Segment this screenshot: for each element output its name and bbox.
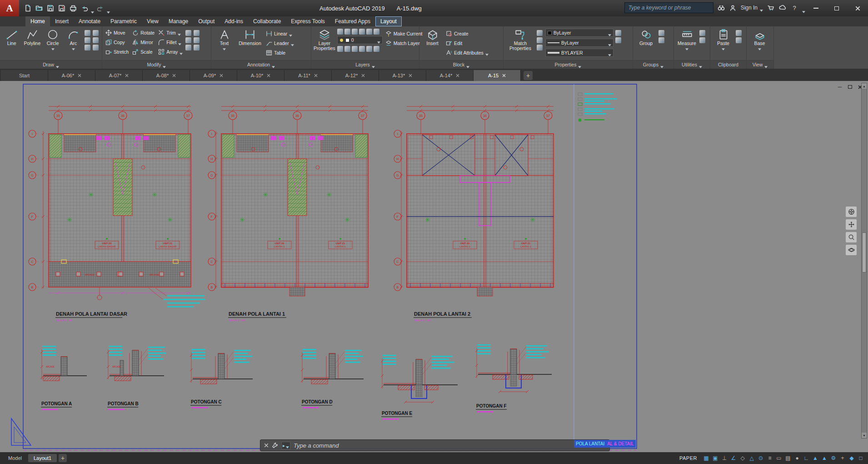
cut-icon[interactable] — [736, 30, 742, 36]
user-icon[interactable] — [729, 4, 737, 12]
properties-palette-icon[interactable] — [615, 37, 621, 43]
leader-button[interactable]: Leader — [265, 38, 295, 48]
create-block-button[interactable]: Create — [445, 29, 489, 38]
move-button[interactable]: Move — [105, 28, 130, 37]
properties-list-icon[interactable] — [615, 30, 621, 36]
ellipse-icon[interactable] — [93, 30, 99, 36]
ribbon-tab[interactable]: Parametric — [105, 16, 142, 26]
make-current-button[interactable]: Make Current — [384, 29, 424, 38]
panel-label-block[interactable]: Block — [419, 60, 503, 69]
search-binoculars-icon[interactable] — [717, 4, 725, 12]
layer-walk-icon[interactable] — [337, 46, 343, 52]
pan-icon[interactable] — [845, 219, 857, 230]
fade-icon[interactable] — [537, 45, 543, 50]
ribbon-tab[interactable]: Insert — [50, 16, 74, 26]
pdf-underlay-icon[interactable] — [537, 30, 543, 36]
paper-space-button[interactable]: PAPER — [676, 454, 701, 462]
offset-icon[interactable] — [185, 37, 191, 43]
steering-wheel-icon[interactable] — [845, 206, 857, 217]
status-icon[interactable]: ≡ — [765, 454, 774, 463]
erase-icon[interactable] — [185, 30, 191, 36]
new-tab-button[interactable]: + — [524, 71, 533, 80]
tab-close-icon[interactable] — [219, 74, 223, 77]
copy-button[interactable]: Copy — [105, 37, 130, 47]
layout1-tab[interactable]: Layout1 — [28, 454, 57, 462]
autodesk-cloud-icon[interactable] — [778, 4, 787, 12]
tab-close-icon[interactable] — [361, 74, 365, 77]
command-close-icon[interactable] — [264, 443, 269, 448]
redo-icon[interactable] — [95, 3, 105, 13]
layer-freeze-icon[interactable] — [344, 29, 350, 35]
match-layer-button[interactable]: Match Layer — [384, 38, 424, 48]
group-edit-icon[interactable] — [658, 37, 664, 43]
measure-button[interactable]: Measure — [676, 28, 698, 50]
layer-unisolate-icon[interactable] — [366, 29, 372, 35]
file-tab[interactable]: A-09* — [190, 70, 237, 81]
tab-close-icon[interactable] — [409, 74, 412, 77]
linear-button[interactable]: Linear — [265, 29, 295, 38]
file-tab[interactable]: A-10* — [237, 70, 284, 81]
plot-icon[interactable] — [68, 3, 78, 13]
panel-label-annotation[interactable]: Annotation — [211, 60, 311, 69]
minimize-button[interactable] — [805, 0, 826, 16]
base-button[interactable]: Base — [749, 28, 770, 50]
status-icon[interactable]: ⚙ — [829, 454, 838, 463]
paste-button[interactable]: Paste — [713, 28, 734, 50]
quick-calc-icon[interactable] — [699, 37, 705, 43]
lineweight-combo[interactable]: BYLAYER — [545, 49, 614, 57]
drawing-canvas[interactable]: 353637IHGFCBUNIT 20LANTAI DASARUNIT 21LA… — [0, 81, 868, 452]
status-icon[interactable]: ▲ — [811, 454, 820, 463]
tab-close-icon[interactable] — [172, 74, 176, 77]
trim-button[interactable]: Trim — [157, 28, 184, 37]
panel-label-view[interactable]: View — [747, 60, 773, 69]
new-layout-button[interactable]: + — [59, 454, 67, 462]
circle-button[interactable]: Circle — [44, 28, 62, 50]
new-drawing-icon[interactable] — [23, 3, 33, 13]
keyword-search[interactable] — [624, 2, 713, 13]
tab-close-icon[interactable] — [78, 74, 81, 77]
edit-block-button[interactable]: Edit — [445, 38, 489, 48]
panel-label-layers[interactable]: Layers — [311, 60, 419, 69]
explode-icon[interactable] — [194, 30, 200, 36]
customize-wrench-icon[interactable] — [272, 442, 278, 449]
maximize-button[interactable] — [826, 0, 847, 16]
status-icon[interactable]: ▤ — [783, 454, 793, 463]
ribbon-tab[interactable]: Add-ins — [219, 16, 248, 26]
status-icon[interactable]: ◆ — [847, 454, 856, 463]
status-icon[interactable]: ● — [793, 454, 802, 463]
status-icon[interactable]: + — [838, 454, 847, 463]
undo-icon[interactable] — [80, 3, 90, 13]
ribbon-tab[interactable]: Express Tools — [286, 16, 329, 26]
join-icon[interactable] — [194, 37, 200, 43]
linetype-combo[interactable]: ByLayer — [545, 39, 614, 47]
status-icon[interactable]: △ — [747, 454, 756, 463]
ribbon-tab[interactable]: Manage — [164, 16, 193, 26]
frame-icon[interactable] — [537, 37, 543, 43]
ribbon-tab[interactable]: Layout — [375, 16, 402, 26]
ribbon-tab[interactable]: Collaborate — [248, 16, 286, 26]
vertical-scrollbar[interactable]: ▲ ▼ — [861, 83, 867, 439]
lengthen-icon[interactable] — [194, 45, 200, 50]
match-properties-button[interactable]: Match Properties — [506, 28, 535, 51]
scrollbar-thumb[interactable] — [862, 232, 866, 272]
open-icon[interactable] — [34, 3, 44, 13]
ungroup-icon[interactable] — [658, 30, 664, 36]
group-button[interactable]: Group — [635, 28, 657, 46]
scroll-down-icon[interactable]: ▼ — [862, 433, 867, 438]
command-prompt-text[interactable]: Type a command — [294, 442, 339, 449]
text-button[interactable]: Text — [214, 28, 235, 50]
panel-label-draw[interactable]: Draw — [0, 60, 102, 69]
mirror-button[interactable]: Mirror — [131, 37, 155, 47]
layer-states-icon[interactable] — [374, 46, 379, 52]
layer-freeze2-icon[interactable] — [344, 46, 350, 52]
layer-prev-icon[interactable] — [366, 46, 372, 52]
ribbon-tab[interactable]: Annotate — [74, 16, 105, 26]
save-icon[interactable] — [45, 3, 55, 13]
layer-lock-icon[interactable] — [352, 29, 358, 35]
layer-merge-icon[interactable] — [352, 46, 358, 52]
line-button[interactable]: Line — [2, 28, 21, 46]
qat-menu-icon[interactable] — [107, 7, 110, 10]
layer-properties-button[interactable]: Layer Properties — [314, 28, 335, 51]
tab-close-icon[interactable] — [502, 74, 506, 77]
status-icon[interactable]: ◇ — [738, 454, 747, 463]
